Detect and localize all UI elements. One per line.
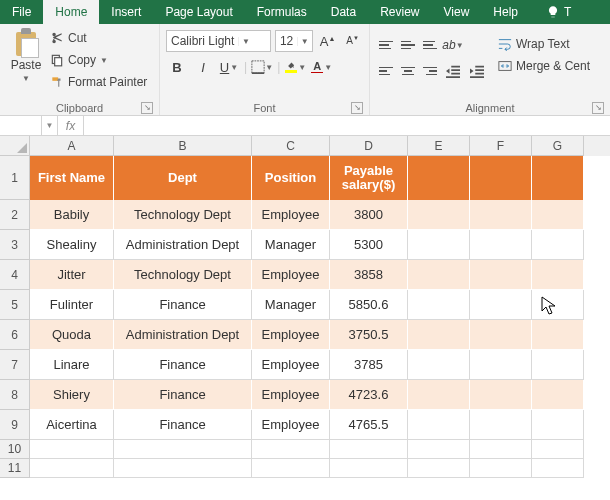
cell[interactable]: Employee (252, 320, 330, 350)
cell[interactable] (330, 440, 408, 459)
decrease-font-button[interactable]: A▼ (342, 30, 363, 52)
italic-button[interactable]: I (192, 56, 214, 78)
align-right-button[interactable] (420, 61, 440, 81)
cell[interactable]: Finance (114, 380, 252, 410)
format-painter-button[interactable]: Format Painter (50, 72, 147, 92)
tab-home[interactable]: Home (43, 0, 99, 24)
cell[interactable] (532, 410, 584, 440)
chevron-down-icon[interactable]: ▼ (456, 41, 464, 50)
cell[interactable]: 5300 (330, 230, 408, 260)
cell[interactable] (532, 230, 584, 260)
col-header[interactable]: G (532, 136, 584, 156)
cell[interactable] (532, 320, 584, 350)
cell[interactable] (408, 350, 470, 380)
cell[interactable]: 3750.5 (330, 320, 408, 350)
align-middle-button[interactable] (398, 35, 418, 55)
select-all-corner[interactable] (0, 136, 30, 156)
cell[interactable] (532, 440, 584, 459)
cell[interactable] (114, 459, 252, 478)
dialog-launcher-icon[interactable]: ↘ (351, 102, 363, 114)
cell[interactable]: 3858 (330, 260, 408, 290)
row-header[interactable]: 2 (0, 200, 30, 230)
row-header[interactable]: 7 (0, 350, 30, 380)
cell[interactable] (408, 410, 470, 440)
cell[interactable] (408, 440, 470, 459)
cell[interactable]: 5850.6 (330, 290, 408, 320)
cell[interactable] (30, 459, 114, 478)
cell[interactable]: Employee (252, 380, 330, 410)
paste-button[interactable]: Paste ▼ (6, 26, 46, 101)
cell[interactable] (470, 459, 532, 478)
col-header[interactable]: E (408, 136, 470, 156)
name-box[interactable] (0, 116, 42, 135)
formula-input[interactable] (84, 116, 610, 135)
cell[interactable] (330, 459, 408, 478)
tell-me[interactable]: T (534, 0, 583, 24)
cell[interactable] (470, 260, 532, 290)
row-header[interactable]: 3 (0, 230, 30, 260)
cell[interactable]: Dept (114, 156, 252, 200)
row-header[interactable]: 9 (0, 410, 30, 440)
cell[interactable] (470, 290, 532, 320)
cell[interactable]: Shiery (30, 380, 114, 410)
copy-button[interactable]: Copy ▼ (50, 50, 147, 70)
cell[interactable] (252, 459, 330, 478)
cell[interactable] (252, 440, 330, 459)
cell[interactable]: Manager (252, 230, 330, 260)
cell[interactable]: Employee (252, 200, 330, 230)
row-header[interactable]: 11 (0, 459, 30, 478)
align-top-button[interactable] (376, 35, 396, 55)
cell[interactable]: 4723.6 (330, 380, 408, 410)
align-center-button[interactable] (398, 61, 418, 81)
cell[interactable] (408, 380, 470, 410)
orientation-button[interactable]: ab▼ (442, 34, 464, 56)
cell[interactable] (470, 230, 532, 260)
underline-button[interactable]: U▼ (218, 56, 240, 78)
merge-center-button[interactable]: Merge & Cent (498, 56, 590, 76)
chevron-down-icon[interactable]: ▼ (297, 37, 311, 46)
tab-view[interactable]: View (432, 0, 482, 24)
cell[interactable] (470, 380, 532, 410)
cut-button[interactable]: Cut (50, 28, 147, 48)
dialog-launcher-icon[interactable]: ↘ (141, 102, 153, 114)
cell[interactable] (470, 350, 532, 380)
cell[interactable] (408, 290, 470, 320)
row-header[interactable]: 8 (0, 380, 30, 410)
chevron-down-icon[interactable]: ▼ (230, 63, 238, 72)
cell[interactable]: Jitter (30, 260, 114, 290)
align-left-button[interactable] (376, 61, 396, 81)
row-header[interactable]: 5 (0, 290, 30, 320)
bold-button[interactable]: B (166, 56, 188, 78)
cell[interactable]: Manager (252, 290, 330, 320)
chevron-down-icon[interactable]: ▼ (265, 63, 273, 72)
cell[interactable]: Administration Dept (114, 320, 252, 350)
chevron-down-icon[interactable]: ▼ (100, 56, 108, 65)
cell[interactable] (408, 200, 470, 230)
cell[interactable] (114, 440, 252, 459)
cell[interactable]: First Name (30, 156, 114, 200)
decrease-indent-button[interactable] (442, 60, 464, 82)
cell[interactable]: Employee (252, 410, 330, 440)
tab-insert[interactable]: Insert (99, 0, 153, 24)
cell[interactable] (532, 290, 584, 320)
cell[interactable] (470, 200, 532, 230)
tab-data[interactable]: Data (319, 0, 368, 24)
row-header[interactable]: 6 (0, 320, 30, 350)
cell[interactable] (532, 459, 584, 478)
cell[interactable]: 3785 (330, 350, 408, 380)
cell[interactable]: Finance (114, 410, 252, 440)
align-bottom-button[interactable] (420, 35, 440, 55)
chevron-down-icon[interactable]: ▼ (238, 37, 252, 46)
cell[interactable]: Finance (114, 350, 252, 380)
cell[interactable]: Aicertina (30, 410, 114, 440)
row-header[interactable]: 1 (0, 156, 30, 200)
cell[interactable] (532, 380, 584, 410)
cell[interactable] (470, 410, 532, 440)
cell[interactable]: Babily (30, 200, 114, 230)
font-color-button[interactable]: A ▼ (310, 56, 332, 78)
name-box-dropdown[interactable]: ▼ (42, 116, 58, 135)
tab-review[interactable]: Review (368, 0, 431, 24)
tab-formulas[interactable]: Formulas (245, 0, 319, 24)
chevron-down-icon[interactable]: ▼ (324, 63, 332, 72)
wrap-text-button[interactable]: Wrap Text (498, 34, 590, 54)
